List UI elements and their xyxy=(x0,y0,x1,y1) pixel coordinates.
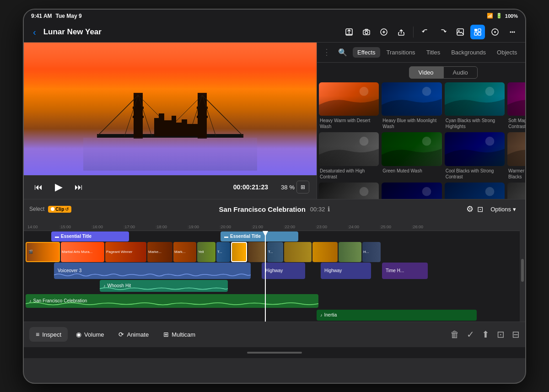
clip-split-button[interactable]: ⊟ xyxy=(512,329,520,340)
effect-item-7[interactable]: Warmer Vintage with Lifted Blacks xyxy=(507,132,526,180)
upload-button[interactable] xyxy=(342,25,356,39)
video-clip-1[interactable]: 🎬 xyxy=(26,242,60,262)
effects-button[interactable] xyxy=(470,25,485,39)
highway-clip-2[interactable]: Highway xyxy=(321,263,371,279)
photos-button[interactable] xyxy=(453,25,468,39)
volume-button[interactable]: ◉ Volume xyxy=(70,327,110,342)
voice-button[interactable] xyxy=(488,25,502,39)
svg-point-47 xyxy=(360,137,369,146)
highway-clip-1[interactable]: Highway xyxy=(262,263,305,279)
timeline-scrollbar[interactable] xyxy=(520,219,525,322)
camera-button[interactable] xyxy=(359,25,374,39)
effect-item-4[interactable]: Desaturated with High Contrast xyxy=(319,132,379,180)
svg-rect-44 xyxy=(507,82,526,105)
more-button[interactable] xyxy=(505,25,520,39)
ruler-mark: :18:00 xyxy=(156,225,167,229)
tab-video[interactable]: Video xyxy=(409,66,443,79)
tab-transitions[interactable]: Transitions xyxy=(382,47,420,58)
effect-item-9[interactable]: Dim Blue with Magenta Low xyxy=(382,183,441,199)
ruler-mark: :23:00 xyxy=(316,225,327,229)
video-clip-4[interactable]: Marke... xyxy=(147,242,172,262)
effect-item-1[interactable]: Heavy Blue with Moonlight Wash xyxy=(382,82,441,130)
effect-item-3[interactable]: Soft Magenta with Low Contrast Wash xyxy=(507,82,526,130)
video-audio-tabs: Video Audio xyxy=(317,63,526,81)
confirm-button[interactable]: ✓ xyxy=(467,329,474,340)
tab-titles[interactable]: Titles xyxy=(422,47,445,58)
magic-button[interactable] xyxy=(377,25,391,39)
effect-item-6[interactable]: Cool Blacks with Strong Contrast xyxy=(445,132,505,180)
video-clip-7[interactable]: T... xyxy=(216,242,230,262)
video-clip-8[interactable] xyxy=(248,242,266,262)
inertia-clip[interactable]: ♪ Inertia xyxy=(317,310,477,321)
main-music-clip[interactable]: ♪ San Francisco Celebration xyxy=(26,294,318,308)
svg-rect-38 xyxy=(319,82,379,105)
multicam-icon: ⊞ xyxy=(163,331,169,338)
inspect-button[interactable]: ≡ Inspect xyxy=(29,327,68,342)
multicam-button[interactable]: ⊞ Multicam xyxy=(157,327,202,342)
effect-item-5[interactable]: Green Muted Wash xyxy=(382,132,441,180)
video-clip-2[interactable]: Martial Arts Mura... xyxy=(61,242,104,262)
tab-effects[interactable]: Effects xyxy=(353,47,380,58)
main-music-track: ♪ San Francisco Celebration xyxy=(24,293,525,309)
tab-soundtracks[interactable]: Soundtracks xyxy=(523,47,526,58)
effects-grid: Heavy Warm with Desert Wash Heavy Blue w… xyxy=(317,81,526,199)
split-button[interactable]: ⊡ xyxy=(497,329,505,340)
voiceover-clip[interactable]: Voiceover 3 xyxy=(54,263,251,279)
effect-item-0[interactable]: Heavy Warm with Desert Wash xyxy=(319,82,379,130)
effect-item-8[interactable]: B&W with High Contrast xyxy=(319,183,379,199)
back-button[interactable]: ‹ xyxy=(29,25,40,39)
video-clip-9[interactable]: T... xyxy=(267,242,283,262)
go-to-end-button[interactable]: ⏭ xyxy=(71,180,86,194)
video-clip-13[interactable]: H... xyxy=(362,242,381,262)
options-button[interactable]: Options ▾ xyxy=(487,204,520,215)
svg-rect-8 xyxy=(474,32,477,35)
undo-button[interactable] xyxy=(418,25,433,39)
svg-point-57 xyxy=(422,187,431,196)
svg-line-29 xyxy=(202,95,243,136)
effect-thumb-6 xyxy=(445,132,505,166)
video-clip-10[interactable] xyxy=(284,242,312,262)
redo-button[interactable] xyxy=(436,25,450,39)
svg-point-41 xyxy=(422,86,431,96)
animate-button[interactable]: ⟳ Animate xyxy=(112,327,155,342)
video-clip-3[interactable]: Pageant Winner xyxy=(105,242,146,262)
ruler-mark: :16:00 xyxy=(92,225,103,229)
video-clip-11[interactable] xyxy=(312,242,338,262)
video-clip-12[interactable] xyxy=(339,242,361,262)
delete-button[interactable]: 🗑 xyxy=(450,329,459,340)
highway-label-2: Highway xyxy=(324,268,342,273)
battery-label: 100% xyxy=(505,13,518,19)
effect-item-11[interactable]: B&W with Blooming Highlights xyxy=(507,183,526,199)
svg-rect-50 xyxy=(445,132,505,155)
effect-item-2[interactable]: Cyan Blacks with Strong Highlights xyxy=(445,82,505,130)
home-bar[interactable] xyxy=(247,352,302,354)
title-clip-1[interactable]: ▬ Essential Title xyxy=(51,231,129,242)
title-clip-2[interactable]: ▬ Essential Title xyxy=(221,231,298,242)
svg-rect-52 xyxy=(507,132,526,155)
video-preview: ⏮ ▶ ⏭ 00:00:21:23 38 % ⊞ xyxy=(24,43,317,199)
play-button[interactable]: ▶ xyxy=(51,180,66,194)
pip-button[interactable]: ⊡ xyxy=(477,205,483,214)
effect-item-10[interactable]: Deep Mids with High Saturation xyxy=(445,183,505,199)
info-icon[interactable]: ℹ xyxy=(328,205,330,213)
settings-button[interactable]: ⚙ xyxy=(466,204,474,214)
video-clip-6[interactable]: Yell xyxy=(197,242,215,262)
zoom-icon[interactable]: ⊞ xyxy=(296,181,309,193)
tab-audio[interactable]: Audio xyxy=(443,66,478,79)
tab-backgrounds[interactable]: Backgrounds xyxy=(447,47,490,58)
video-clip-5[interactable]: Mark... xyxy=(173,242,196,262)
tab-objects[interactable]: Objects xyxy=(492,47,522,58)
video-clip-selected[interactable] xyxy=(231,242,247,262)
effect-thumb-0 xyxy=(319,82,379,116)
export-button[interactable]: ⬆ xyxy=(482,329,490,340)
time-clip[interactable]: Time H... xyxy=(382,263,428,279)
go-to-start-button[interactable]: ⏮ xyxy=(31,180,46,194)
share-button[interactable] xyxy=(394,25,409,39)
svg-rect-40 xyxy=(382,82,441,105)
zoom-value: 38 xyxy=(281,184,287,191)
search-button[interactable]: 🔍 xyxy=(334,46,351,59)
svg-rect-32 xyxy=(163,120,172,136)
svg-rect-9 xyxy=(478,32,481,35)
status-time: 9:41 AM xyxy=(31,13,52,19)
whoosh-clip[interactable]: ♪ Whoosh Hit xyxy=(100,280,228,292)
